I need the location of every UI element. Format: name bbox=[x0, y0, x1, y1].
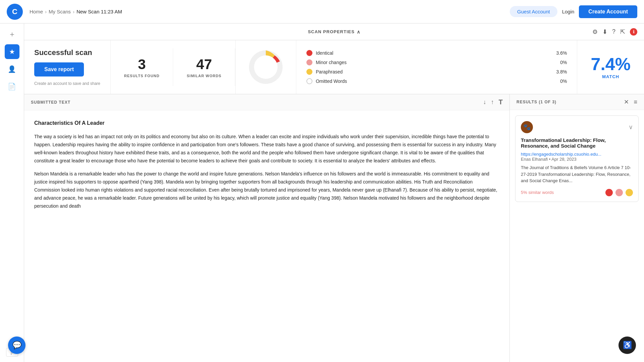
header: C Home › My Scans › New Scan 11:23 AM Gu… bbox=[0, 0, 644, 23]
results-panel: RESULTS (1 OF 3) ✕ ≡ 🐾 ∨ Transformationa… bbox=[510, 94, 644, 362]
paraphrased-pct: 3.8% bbox=[553, 69, 567, 74]
save-report-button[interactable]: Save report bbox=[34, 62, 84, 76]
submitted-text-panel: SUBMITTED TEXT ↓ ↑ T Characteristics Of … bbox=[24, 94, 510, 362]
paraphrased-dot bbox=[306, 69, 312, 75]
create-account-note: Create an account to save and share bbox=[34, 81, 100, 86]
scan-properties-bar: SCAN PROPERTIES ∧ ⚙ ⬇ ? ⇱ ℹ bbox=[24, 23, 644, 40]
results-found-number: 3 bbox=[124, 56, 160, 72]
sidebar-item-document[interactable]: 📄 bbox=[5, 79, 19, 94]
chat-bubble-button[interactable]: 💬 bbox=[8, 337, 26, 354]
sidebar: ＋ ★ 👤 📄 |› bbox=[0, 23, 24, 362]
sidebar-item-user[interactable]: 👤 bbox=[5, 62, 19, 76]
results-panel-title: RESULTS (1 OF 3) bbox=[516, 100, 619, 104]
logo: C bbox=[7, 4, 23, 20]
breadcrumb: Home › My Scans › New Scan 11:23 AM bbox=[30, 9, 122, 14]
identical-pct: 3.6% bbox=[553, 50, 567, 56]
help-icon[interactable]: ? bbox=[612, 28, 615, 35]
breadcrumb-sep-2: › bbox=[73, 9, 75, 14]
minor-changes-pct: 0% bbox=[553, 60, 567, 65]
result-dot-pink bbox=[615, 189, 623, 196]
text-paragraph-2: Nelson Mandela is a remarkable leader wh… bbox=[34, 170, 499, 210]
similar-words-stat: 47 SIMILAR WORDS bbox=[173, 48, 235, 86]
identical-dot bbox=[306, 50, 312, 56]
pie-chart bbox=[246, 47, 286, 87]
breadcrumb-sep-1: › bbox=[45, 9, 47, 14]
info-icon[interactable]: ℹ bbox=[630, 28, 637, 36]
submitted-text-title: SUBMITTED TEXT bbox=[31, 100, 479, 105]
filter-icon[interactable]: ≡ bbox=[634, 99, 637, 106]
breadcrumb-current: New Scan 11:23 AM bbox=[77, 9, 122, 14]
legend-item-omitted-words: Omitted Words 0% bbox=[306, 78, 567, 84]
sidebar-item-star[interactable]: ★ bbox=[5, 44, 19, 59]
results-found-stat: 3 RESULTS FOUND bbox=[111, 48, 174, 86]
sidebar-item-add[interactable]: ＋ bbox=[5, 27, 19, 42]
svg-point-1 bbox=[254, 55, 278, 79]
result-date: Apr 28, 2023 bbox=[551, 157, 576, 162]
settings-icon[interactable]: ⚙ bbox=[592, 28, 598, 36]
omitted-words-pct: 0% bbox=[553, 79, 567, 84]
header-right: Guest Account Login Create Account bbox=[510, 5, 637, 18]
pie-chart-area bbox=[236, 40, 296, 94]
arrow-down-icon[interactable]: ↓ bbox=[483, 99, 486, 106]
lower-panels: SUBMITTED TEXT ↓ ↑ T Characteristics Of … bbox=[24, 94, 644, 362]
result-dots bbox=[605, 189, 633, 196]
text-heading: Characteristics Of A Leader bbox=[34, 118, 499, 127]
legend-item-identical: Identical 3.6% bbox=[306, 50, 567, 56]
accessibility-icon: ♿ bbox=[623, 341, 632, 350]
user-icon: 👤 bbox=[8, 65, 16, 73]
result-url[interactable]: https://engagedscholarship.csuohio.edu..… bbox=[521, 152, 601, 157]
identical-label: Identical bbox=[316, 50, 550, 56]
submitted-text-content: Characteristics Of A Leader The way a so… bbox=[24, 110, 509, 362]
result-dot-yellow bbox=[626, 189, 633, 196]
result-avatar: 🐾 bbox=[521, 121, 533, 133]
match-label: MATCH bbox=[602, 74, 619, 79]
accessibility-button[interactable]: ♿ bbox=[618, 337, 636, 354]
scan-properties-text: SCAN PROPERTIES bbox=[308, 29, 354, 34]
star-icon: ★ bbox=[9, 48, 15, 56]
paraphrased-label: Paraphrased bbox=[316, 69, 550, 74]
omitted-words-label: Omitted Words bbox=[316, 79, 550, 84]
chat-icon: 💬 bbox=[12, 341, 21, 350]
result-card-header: 🐾 ∨ bbox=[521, 121, 633, 133]
results-panel-header: RESULTS (1 OF 3) ✕ ≡ bbox=[510, 94, 644, 110]
minor-changes-dot bbox=[306, 59, 312, 65]
result-card: 🐾 ∨ Transformational Leadership: Flow, R… bbox=[515, 115, 639, 202]
result-description: The Journal of Traditions & Beliefs Volu… bbox=[521, 164, 633, 184]
result-footer: 5% similar words bbox=[521, 189, 633, 196]
result-card-expand-icon[interactable]: ∨ bbox=[629, 123, 633, 131]
font-icon[interactable]: T bbox=[499, 98, 503, 106]
match-percentage: 7.4% bbox=[591, 55, 631, 73]
arrow-up-icon[interactable]: ↑ bbox=[491, 99, 494, 106]
legend: Identical 3.6% Minor changes 0% Paraphra… bbox=[296, 40, 578, 94]
result-meta: Enas Elhanafi • Apr 28, 2023 bbox=[521, 157, 633, 162]
legend-item-paraphrased: Paraphrased 3.8% bbox=[306, 69, 567, 75]
result-author: Enas Elhanafi bbox=[521, 157, 548, 162]
share-icon[interactable]: ⇱ bbox=[620, 28, 625, 36]
create-account-button[interactable]: Create Account bbox=[579, 5, 637, 18]
document-icon: 📄 bbox=[8, 83, 16, 91]
results-success-section: Successful scan Save report Create an ac… bbox=[24, 40, 111, 94]
minor-changes-label: Minor changes bbox=[316, 60, 550, 65]
login-button[interactable]: Login bbox=[562, 9, 575, 14]
match-percentage-section: 7.4% MATCH bbox=[577, 40, 644, 94]
results-top-panel: Successful scan Save report Create an ac… bbox=[24, 40, 644, 94]
similar-words-footer-label: 5% similar words bbox=[521, 190, 554, 195]
logo-letter: C bbox=[12, 7, 17, 16]
similar-words-number: 47 bbox=[187, 56, 221, 72]
result-dot-red bbox=[605, 189, 613, 196]
breadcrumb-my-scans[interactable]: My Scans bbox=[49, 9, 71, 14]
scan-properties-label: SCAN PROPERTIES ∧ bbox=[308, 29, 360, 35]
submitted-text-header: SUBMITTED TEXT ↓ ↑ T bbox=[24, 94, 509, 110]
text-paragraph-1: The way a society is led has an impact n… bbox=[34, 133, 499, 165]
results-found-label: RESULTS FOUND bbox=[124, 74, 160, 78]
result-title: Transformational Leadership: Flow, Reson… bbox=[521, 137, 633, 149]
breadcrumb-home[interactable]: Home bbox=[30, 9, 43, 14]
chevron-up-icon: ∧ bbox=[357, 29, 360, 35]
add-icon: ＋ bbox=[8, 29, 16, 39]
download-icon[interactable]: ⬇ bbox=[602, 28, 607, 36]
main-content: SCAN PROPERTIES ∧ ⚙ ⬇ ? ⇱ ℹ Successful s… bbox=[24, 23, 644, 362]
close-icon[interactable]: ✕ bbox=[624, 98, 629, 106]
omitted-words-dot bbox=[306, 78, 312, 84]
guest-account-button[interactable]: Guest Account bbox=[510, 6, 557, 17]
results-stats: 3 RESULTS FOUND 47 SIMILAR WORDS bbox=[111, 40, 236, 94]
